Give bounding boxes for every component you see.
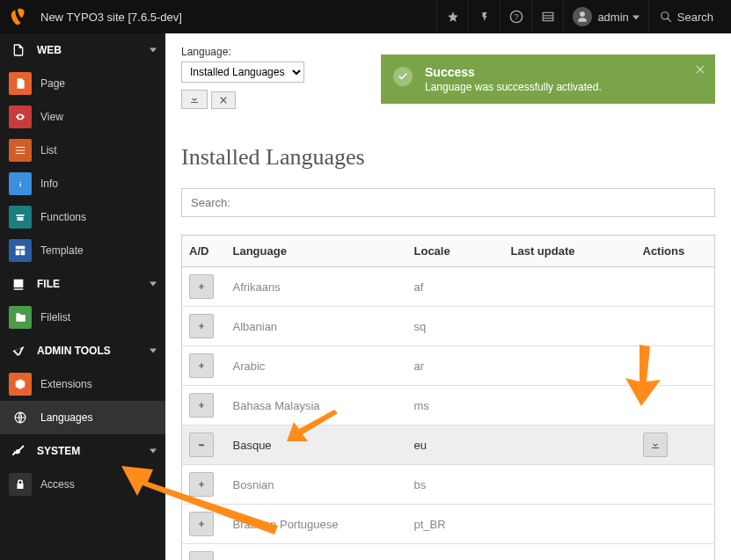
sidebar-item-info[interactable]: Info [0, 167, 165, 200]
sidebar-item-label: Filelist [40, 311, 70, 324]
col-ad: A/D [182, 236, 226, 267]
module-icon [9, 473, 32, 496]
cell-actions [636, 346, 715, 386]
sidebar-item-extensions[interactable]: Extensions [0, 367, 165, 401]
help-icon[interactable]: ? [500, 0, 531, 33]
topbar: New TYPO3 site [7.6.5-dev] ? admin Searc… [0, 0, 731, 33]
sidebar-item-list[interactable]: List [0, 134, 165, 167]
group-icon [9, 40, 28, 60]
alert-message: Language was successfully activated. [425, 81, 680, 93]
check-icon [393, 67, 413, 86]
cell-locale: af [407, 267, 504, 307]
cell-language: Basque [226, 425, 407, 465]
cell-language: Albanian [226, 307, 407, 346]
cell-language: Arabic [226, 346, 407, 386]
module-icon [9, 139, 32, 162]
nav-group-head[interactable]: FILE [0, 267, 165, 301]
cancel-button[interactable] [211, 91, 236, 109]
sidebar-item-label: Info [40, 178, 58, 190]
cell-language: Afrikaans [226, 267, 407, 307]
cell-language: Bosnian [226, 465, 407, 505]
table-row: Bahasa Malaysiams [182, 386, 715, 425]
user-avatar-icon [573, 7, 592, 26]
activate-button[interactable] [189, 393, 214, 418]
search-button[interactable]: Search [648, 0, 724, 33]
group-icon [9, 441, 28, 461]
cell-actions [636, 267, 715, 307]
sidebar-item-label: Languages [40, 411, 92, 424]
col-locale: Locale [407, 236, 504, 267]
col-last-update: Last update [504, 236, 636, 267]
table-row: Bosnianbs [182, 465, 715, 505]
sidebar-item-label: List [40, 144, 57, 156]
sidebar-item-label: Template [40, 244, 84, 257]
sidebar-item-label: Access [40, 478, 75, 491]
cell-actions [636, 505, 715, 544]
cell-last-update [504, 544, 636, 561]
sidebar-item-functions[interactable]: Functions [0, 200, 165, 234]
svg-point-5 [662, 12, 669, 19]
group-label: WEB [37, 44, 62, 56]
cell-last-update [504, 425, 636, 465]
cell-locale: ar [407, 346, 504, 386]
application-icon[interactable] [531, 0, 563, 33]
language-select[interactable]: Installed Languages [181, 62, 304, 83]
cell-actions [636, 386, 715, 425]
svg-rect-2 [543, 12, 553, 20]
sidebar-item-page[interactable]: Page [0, 67, 165, 100]
svg-line-6 [668, 18, 671, 22]
content: Language: Installed Languages Su [165, 33, 731, 560]
nav-group-head[interactable]: SYSTEM [0, 434, 165, 468]
activate-button[interactable] [189, 353, 214, 378]
sidebar-item-languages[interactable]: Languages [0, 401, 165, 434]
svg-text:?: ? [514, 12, 518, 21]
cell-locale: sq [407, 307, 504, 346]
download-button[interactable] [643, 433, 668, 457]
deactivate-button[interactable] [189, 433, 214, 457]
group-icon [9, 274, 28, 294]
alert-title: Success [425, 65, 680, 79]
nav-group-head[interactable]: WEB [0, 33, 165, 67]
page-title: Installed Languages [181, 144, 715, 171]
group-label: ADMIN TOOLS [37, 345, 111, 357]
cell-last-update [504, 346, 636, 386]
activate-button[interactable] [189, 551, 214, 560]
chevron-down-icon [150, 445, 157, 457]
bookmarks-icon[interactable] [436, 0, 468, 33]
module-icon [9, 172, 32, 195]
site-title: New TYPO3 site [7.6.5-dev] [40, 11, 436, 24]
module-icon [9, 306, 32, 329]
table-row: Afrikaansaf [182, 267, 715, 307]
chevron-down-icon [150, 278, 157, 290]
sidebar-item-label: Page [40, 77, 65, 90]
activate-button[interactable] [189, 274, 214, 299]
cell-actions [636, 465, 715, 505]
user-label: admin [597, 11, 628, 24]
download-all-button[interactable] [181, 90, 208, 109]
user-menu[interactable]: admin [563, 0, 647, 33]
module-icon [9, 373, 32, 396]
chevron-down-icon [150, 44, 157, 56]
activate-button[interactable] [189, 314, 214, 338]
module-icon [9, 239, 32, 262]
search-label: Search [677, 11, 713, 24]
nav-group-head[interactable]: ADMIN TOOLS [0, 334, 165, 367]
caret-down-icon [632, 11, 640, 24]
sidebar-item-label: Functions [40, 211, 86, 223]
activate-button[interactable] [189, 512, 214, 536]
sidebar-item-filelist[interactable]: Filelist [0, 301, 165, 334]
typo3-logo [7, 4, 32, 29]
search-input[interactable] [181, 188, 715, 217]
sidebar-item-template[interactable]: Template [0, 234, 165, 267]
activate-button[interactable] [189, 472, 214, 497]
cell-locale: ms [407, 386, 504, 425]
cell-locale: eu [407, 425, 504, 465]
close-icon[interactable] [694, 63, 706, 78]
sidebar-item-access[interactable]: Access [0, 468, 165, 501]
cell-actions [636, 307, 715, 346]
group-icon [9, 341, 28, 360]
chevron-down-icon [150, 345, 157, 357]
table-row: Brazilian Portuguesept_BR [182, 505, 715, 544]
cache-icon[interactable] [468, 0, 500, 33]
sidebar-item-view[interactable]: View [0, 100, 165, 134]
